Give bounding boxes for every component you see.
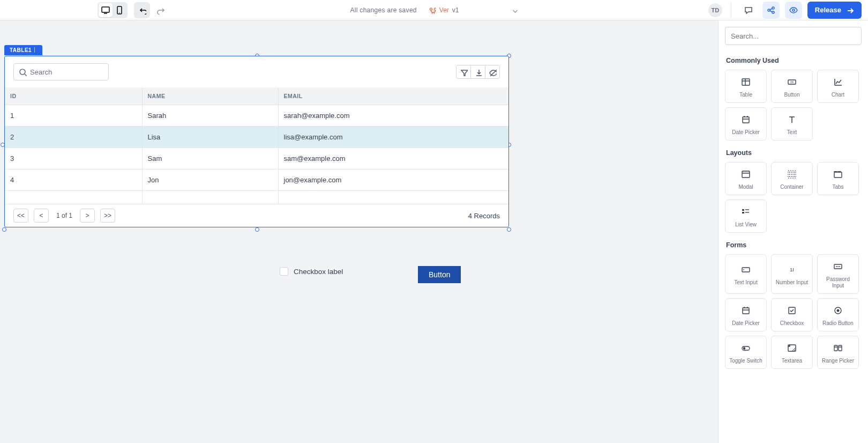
component-label: Tabs <box>832 184 843 190</box>
redo-icon <box>157 6 166 14</box>
resize-handle[interactable] <box>255 227 259 232</box>
checkbox-icon <box>787 305 797 316</box>
version-value: v1 <box>452 6 459 14</box>
share-button[interactable] <box>762 2 780 19</box>
release-button[interactable]: Release <box>807 2 862 19</box>
canvas[interactable]: TABLE1 Search <box>0 20 718 443</box>
table-row[interactable]: 2Lisalisa@example.com <box>5 127 508 148</box>
chevron-down-icon <box>511 6 518 14</box>
table-row[interactable]: 1Sarahsarah@example.com <box>5 105 508 127</box>
column-header-id[interactable]: ID <box>5 87 142 105</box>
table-tool-icons <box>456 65 500 79</box>
section-title-layouts: Layouts <box>726 149 862 157</box>
widget-selection-tag[interactable]: TABLE1 <box>4 45 42 55</box>
save-status: All changes are saved <box>350 6 416 14</box>
component-label: Checkbox <box>780 320 804 327</box>
topbar: All changes are saved Ver v1 TD Release <box>0 0 868 20</box>
desktop-view-button[interactable] <box>99 3 113 17</box>
component-card-number-input[interactable]: Number Input <box>771 254 813 294</box>
table-pager: << < 1 of 1 > >> 4 Records <box>5 204 508 227</box>
redo-button <box>153 2 169 18</box>
component-label: Text <box>787 129 797 136</box>
component-label: Button <box>784 92 800 98</box>
checkbox-label: Checkbox label <box>294 268 343 276</box>
mobile-icon <box>115 5 124 15</box>
modal-icon <box>740 169 751 180</box>
pager-first[interactable]: << <box>13 209 28 223</box>
hide-columns-button[interactable] <box>485 65 500 79</box>
undo-button[interactable] <box>134 2 150 18</box>
component-label: Chart <box>832 92 844 98</box>
device-toggle <box>98 2 128 18</box>
table-widget[interactable]: Search ID NAME EMAIL 1Sarahsarah@example… <box>4 56 509 227</box>
component-card-table[interactable]: Table <box>725 70 767 103</box>
component-card-date-picker[interactable]: Date Picker <box>725 107 767 141</box>
component-card-text[interactable]: Text <box>771 107 813 141</box>
button-widget[interactable]: Button <box>418 266 461 283</box>
cell-name: Sarah <box>142 105 278 127</box>
undo-icon <box>138 6 146 14</box>
cell-email: jon@example.com <box>278 169 508 191</box>
cell-id: 4 <box>5 169 142 191</box>
table-search-input[interactable]: Search <box>13 63 109 80</box>
filter-button[interactable] <box>456 65 471 79</box>
components-search-input[interactable] <box>725 27 862 45</box>
cell-id: 1 <box>5 105 142 127</box>
pager-prev[interactable]: < <box>34 209 49 223</box>
pager-last[interactable]: >> <box>100 209 115 223</box>
component-card-radio-button[interactable]: Radio Button <box>817 298 859 331</box>
resize-handle[interactable] <box>507 227 511 232</box>
pager-next[interactable]: > <box>80 209 95 223</box>
table-toolbar: Search <box>5 56 508 87</box>
avatar[interactable]: TD <box>708 3 722 17</box>
checkbox-widget[interactable]: Checkbox label <box>280 267 343 276</box>
component-card-tabs[interactable]: Tabs <box>817 162 859 195</box>
records-count: 4 Records <box>468 212 500 220</box>
section-title-commonly-used: Commonly Used <box>726 57 862 64</box>
section-title-forms: Forms <box>726 241 862 249</box>
textarea-icon <box>787 343 797 353</box>
cell-email: sam@example.com <box>278 148 508 169</box>
preview-button[interactable] <box>785 2 802 19</box>
component-card-textarea[interactable]: Textarea <box>771 336 813 369</box>
component-card-modal[interactable]: Modal <box>725 162 767 195</box>
table-row[interactable]: 4Jonjon@example.com <box>5 169 508 191</box>
component-card-date-picker[interactable]: Date Picker <box>725 298 767 331</box>
table-row[interactable]: 3Samsam@example.com <box>5 148 508 169</box>
mobile-view-button[interactable] <box>113 3 126 17</box>
cell-id: 2 <box>5 127 142 148</box>
component-card-checkbox[interactable]: Checkbox <box>771 298 813 331</box>
component-card-text-input[interactable]: Text Input <box>725 254 767 294</box>
resize-handle[interactable] <box>2 227 6 232</box>
version-icon <box>429 6 436 14</box>
ok-button-icon <box>787 77 797 87</box>
component-card-password-input[interactable]: Password Input <box>817 254 859 294</box>
component-card-list-view[interactable]: List View <box>725 200 767 233</box>
checkbox-box[interactable] <box>280 267 288 276</box>
tabs-icon <box>833 169 843 180</box>
text-t-icon <box>787 114 797 125</box>
chat-icon <box>744 5 753 15</box>
component-label: Container <box>780 184 803 190</box>
cell-name: Lisa <box>142 127 278 148</box>
column-header-name[interactable]: NAME <box>142 87 278 105</box>
component-label: Date Picker <box>732 320 760 327</box>
radio-icon <box>833 305 843 316</box>
share-icon <box>766 5 776 15</box>
component-label: Textarea <box>782 358 802 364</box>
component-card-chart[interactable]: Chart <box>817 70 859 103</box>
component-card-button[interactable]: Button <box>771 70 813 103</box>
container-icon <box>787 169 797 180</box>
component-card-range-picker[interactable]: Range Picker <box>817 336 859 369</box>
component-card-container[interactable]: Container <box>771 162 813 195</box>
comments-button[interactable] <box>740 2 757 19</box>
eye-icon <box>789 5 798 15</box>
desktop-icon <box>101 5 110 15</box>
download-button[interactable] <box>470 65 485 79</box>
component-card-toggle-switch[interactable]: Toggle Switch <box>725 336 767 369</box>
version-selector[interactable]: Ver v1 <box>429 6 518 14</box>
column-header-email[interactable]: EMAIL <box>278 87 508 105</box>
search-icon <box>18 68 27 76</box>
component-label: Range Picker <box>822 358 854 364</box>
component-label: Date Picker <box>732 129 760 136</box>
